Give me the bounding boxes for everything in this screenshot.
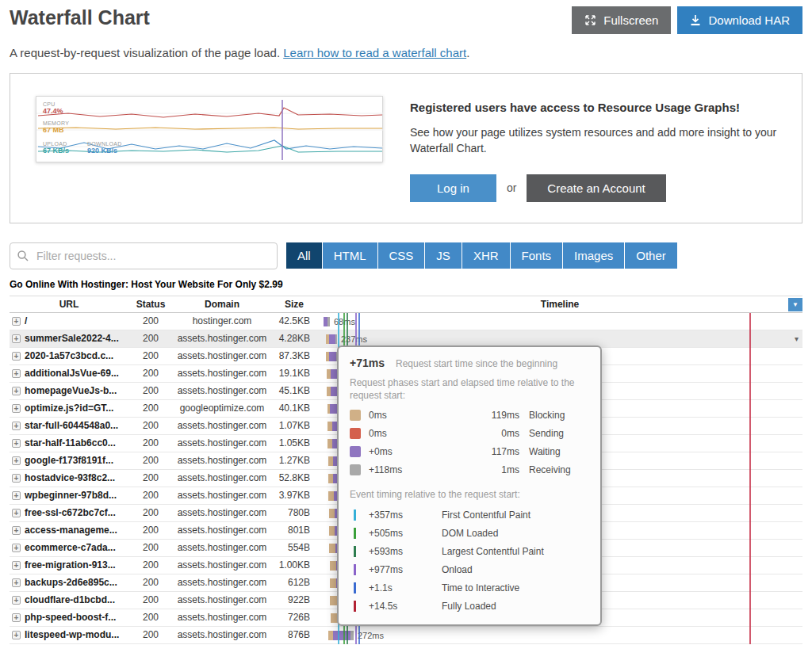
header-actions: Fullscreen Download HAR: [572, 6, 802, 34]
tab-all[interactable]: All: [286, 242, 322, 269]
domain-cell: hostinger.com: [173, 313, 271, 330]
event-name: First Contentful Paint: [442, 510, 589, 521]
largest-contentful-paint-swatch: [354, 546, 356, 557]
memory-value: 67 MB: [43, 127, 69, 135]
domain-cell: assets.hostinger.com: [173, 609, 271, 626]
column-timeline: Timeline: [317, 296, 802, 313]
tab-js[interactable]: JS: [425, 242, 462, 269]
waterfall-bar[interactable]: [324, 317, 330, 326]
waterfall-bar[interactable]: [326, 334, 337, 344]
filter-requests-input[interactable]: [10, 242, 278, 269]
expand-row-button[interactable]: +: [12, 317, 21, 326]
time-to-interactive-swatch: [354, 582, 356, 593]
filter-bar: AllHTMLCSSJSXHRFontsImagesOther: [10, 242, 802, 269]
size-cell: 4.28KB: [271, 330, 317, 347]
expand-row-button[interactable]: +: [12, 404, 21, 413]
waterfall-bar[interactable]: [328, 631, 354, 640]
expand-row-button[interactable]: +: [12, 491, 21, 500]
promo-actions: Log in or Create an Account: [410, 174, 778, 202]
timeline-cell[interactable]: 237ms▾: [317, 330, 802, 347]
waiting-segment: [330, 404, 337, 414]
event-name: Onload: [442, 564, 589, 575]
event-time: +1.1s: [369, 582, 442, 593]
tab-images[interactable]: Images: [563, 242, 624, 269]
page-subtitle: A request-by-request visualization of th…: [10, 46, 802, 59]
row-dropdown-caret[interactable]: ▾: [795, 330, 799, 347]
url-cell: +additionalJsVue-69...: [10, 365, 128, 382]
expand-row-button[interactable]: +: [12, 561, 21, 570]
url-cell: +ecommerce-c7ada...: [10, 540, 128, 556]
expand-row-button[interactable]: +: [12, 578, 21, 587]
domain-cell: assets.hostinger.com: [173, 452, 271, 469]
timeline-options-dropdown[interactable]: ▼: [788, 298, 802, 311]
expand-row-button[interactable]: +: [12, 352, 21, 361]
size-cell: 40.1KB: [271, 400, 317, 417]
request-time-label: 272ms: [358, 627, 384, 643]
status-cell: 200: [128, 435, 173, 452]
expand-row-button[interactable]: +: [12, 456, 21, 465]
tab-css[interactable]: CSS: [378, 242, 425, 269]
waterfall-help-link[interactable]: Learn how to read a waterfall chart: [283, 46, 466, 59]
blocking-segment: [329, 544, 335, 553]
url-cell: +litespeed-wp-modu...: [10, 627, 128, 643]
column-status: Status: [128, 296, 173, 313]
status-cell: 200: [128, 330, 173, 347]
expand-row-button[interactable]: +: [12, 526, 21, 535]
expand-row-button[interactable]: +: [12, 422, 21, 430]
timeline-cell[interactable]: 68ms: [317, 313, 802, 330]
expand-row-button[interactable]: +: [12, 596, 21, 605]
expand-row-button[interactable]: +: [12, 631, 21, 639]
receiving-segment: [335, 334, 337, 344]
domain-cell: assets.hostinger.com: [173, 470, 271, 487]
resource-usage-graph: CPU 47.4% MEMORY 67 MB UPLOAD 67 KB/s DO…: [36, 96, 383, 162]
event-name: Time to Interactive: [442, 582, 589, 593]
status-cell: 200: [128, 470, 173, 487]
expand-row-button[interactable]: +: [12, 387, 21, 395]
requests-table: URL Status Domain Size Timeline ▼ +/200h…: [10, 296, 802, 644]
size-cell: 780B: [271, 505, 317, 521]
receiving-segment: [350, 631, 354, 640]
expand-row-button[interactable]: +: [12, 439, 21, 448]
event-row: +977msOnload: [350, 560, 589, 578]
request-url: google-f173f8191f...: [25, 452, 113, 469]
phase-row: +118ms1msReceiving: [350, 461, 589, 479]
tab-other[interactable]: Other: [625, 242, 677, 269]
filter-tabs: AllHTMLCSSJSXHRFontsImagesOther: [285, 242, 677, 269]
expand-row-button[interactable]: +: [12, 369, 21, 378]
size-cell: 52.8KB: [271, 470, 317, 487]
login-button[interactable]: Log in: [410, 174, 496, 202]
expand-row-button[interactable]: +: [12, 613, 21, 622]
phase-start: 0ms: [369, 410, 416, 421]
fullscreen-icon: [584, 14, 596, 26]
request-url: backups-2d6e895c...: [25, 574, 117, 591]
status-cell: 200: [128, 348, 173, 364]
event-name: Fully Loaded: [442, 601, 589, 612]
expand-row-button[interactable]: +: [12, 509, 21, 517]
request-url: access-manageme...: [25, 522, 117, 539]
page-title: Waterfall Chart: [10, 6, 150, 29]
download-har-button[interactable]: Download HAR: [677, 6, 802, 34]
phase-start: 0ms: [369, 428, 416, 439]
table-row[interactable]: +litespeed-wp-modu...200assets.hostinger…: [10, 627, 802, 644]
expand-row-button[interactable]: +: [12, 544, 21, 552]
request-url: star-half-11ab6cc0...: [25, 435, 116, 452]
create-account-button[interactable]: Create an Account: [527, 174, 665, 202]
url-cell: +summerSale2022-4...: [10, 330, 128, 347]
request-url: cloudflare-d1bcbd...: [25, 592, 115, 609]
tab-xhr[interactable]: XHR: [462, 242, 510, 269]
table-row[interactable]: +/200hostinger.com42.5KB68ms: [10, 313, 802, 330]
phase-name: Receiving: [523, 464, 589, 475]
tab-fonts[interactable]: Fonts: [511, 242, 563, 269]
size-cell: 1.27KB: [271, 452, 317, 469]
expand-row-button[interactable]: +: [12, 334, 21, 343]
tab-html[interactable]: HTML: [323, 242, 377, 269]
fullscreen-button[interactable]: Fullscreen: [572, 6, 671, 34]
expand-row-button[interactable]: +: [12, 474, 21, 483]
size-cell: 45.1KB: [271, 383, 317, 399]
size-cell: 612B: [271, 574, 317, 591]
size-cell: 726B: [271, 609, 317, 626]
blocking-segment: [328, 491, 334, 501]
subtitle-suffix: .: [466, 46, 469, 59]
phase-elapsed: 1ms: [416, 464, 523, 475]
timeline-cell[interactable]: 272ms: [317, 627, 802, 643]
